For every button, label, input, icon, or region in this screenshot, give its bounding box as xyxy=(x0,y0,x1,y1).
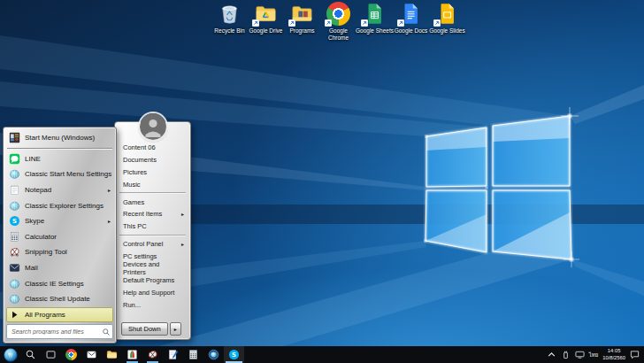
line-icon xyxy=(9,153,20,165)
recycle-bin-icon xyxy=(218,2,242,26)
start-orb-icon xyxy=(4,348,18,362)
desktop-icon-recycle-bin[interactable]: Recycle Bin xyxy=(211,2,248,42)
menu-item-label: Run... xyxy=(123,301,141,309)
start-menu-item-devices-and-printers[interactable]: Devices and Printers xyxy=(115,262,190,274)
journal-app-button[interactable] xyxy=(163,346,183,363)
skype-icon: S xyxy=(9,215,20,227)
menu-item-label: Start Menu (Windows) xyxy=(25,134,95,142)
chrome-taskbar-button[interactable] xyxy=(61,346,81,363)
task-view-icon xyxy=(45,349,57,360)
desktop-icon-label: Recycle Bin xyxy=(214,27,244,35)
desktop-icon-google-sheets[interactable]: Google Sheets xyxy=(356,2,393,42)
user-avatar[interactable] xyxy=(140,113,166,140)
start-menu-item-content-06[interactable]: Content 06 xyxy=(115,142,190,154)
tray-chevron-up-icon[interactable] xyxy=(547,350,556,359)
menu-item-label: Skype xyxy=(25,217,44,225)
mail-taskbar-button[interactable] xyxy=(81,346,102,363)
start-menu-item-this-pc[interactable]: This PC xyxy=(115,220,190,233)
arrow-right-icon: ▸ xyxy=(174,326,177,332)
taskbar-buttons: S xyxy=(0,346,244,363)
shortcut-arrow-icon xyxy=(397,19,404,27)
start-menu-item-calculator[interactable]: Calculator xyxy=(6,229,113,245)
shutdown-button[interactable]: Shut Down xyxy=(121,322,168,336)
menu-item-label: Notepad xyxy=(25,186,51,194)
start-menu-item-notepad[interactable]: Notepad▸ xyxy=(6,182,113,198)
chrome-icon xyxy=(326,2,350,26)
photos-app-button[interactable] xyxy=(122,346,142,363)
all-programs-arrow-icon xyxy=(9,309,20,321)
desktop-icon-label: Google Slides xyxy=(429,27,464,35)
menu-item-label: Classic IE Settings xyxy=(25,280,84,288)
start-menu-item-classic-explorer-settings[interactable]: Classic Explorer Settings xyxy=(6,197,113,213)
classic-shell-settings-button[interactable] xyxy=(203,346,224,363)
taskbar-search-button[interactable] xyxy=(20,346,41,363)
menu-item-label: Classic Shell Update xyxy=(25,295,90,303)
start-menu-left-items: Start Menu (Windows)LINEClassic Start Me… xyxy=(6,130,113,322)
clock-date: 10/8/2560 xyxy=(602,355,625,361)
google-sheets-icon xyxy=(363,2,387,26)
programs-folder-icon xyxy=(290,2,314,26)
desktop-icon-programs[interactable]: Programs xyxy=(284,2,320,42)
calculator-button[interactable] xyxy=(183,346,203,363)
menu-item-label: Music xyxy=(123,181,141,189)
desktop-icon-google-drive[interactable]: Google Drive xyxy=(248,2,284,42)
shortcut-arrow-icon xyxy=(325,19,332,27)
start-menu-item-run[interactable]: Run... xyxy=(115,299,190,312)
start-menu-item-recent-items[interactable]: Recent Items▸ xyxy=(115,208,190,220)
shutdown-options-button[interactable]: ▸ xyxy=(170,322,181,336)
menu-item-label: Control Panel xyxy=(123,240,163,248)
start-menu-item-pictures[interactable]: Pictures xyxy=(115,166,190,179)
start-menu-item-games[interactable]: Games xyxy=(115,196,190,208)
menu-item-label: PC settings xyxy=(123,252,157,260)
language-indicator[interactable]: ไทย xyxy=(589,352,599,358)
start-menu-item-documents[interactable]: Documents xyxy=(115,154,190,166)
clock-time: 14:05 xyxy=(608,348,621,354)
google-docs-icon xyxy=(399,2,423,26)
classic-shell-settings-icon xyxy=(208,349,219,360)
menu-item-label: Mail xyxy=(25,264,38,272)
desktop-icon-label: Programs xyxy=(289,27,314,35)
menu-separator xyxy=(7,148,112,150)
notepad-icon xyxy=(9,184,20,196)
start-button[interactable] xyxy=(0,346,20,363)
start-menu-item-mail[interactable]: Mail xyxy=(6,260,113,276)
search-input[interactable] xyxy=(6,324,113,339)
start-menu-item-classic-shell-update[interactable]: Classic Shell Update xyxy=(6,291,113,307)
menu-item-label: LINE xyxy=(25,155,41,163)
tray-usb-icon[interactable] xyxy=(561,350,571,359)
menu-item-label: Recent Items xyxy=(123,210,162,218)
taskbar-clock[interactable]: 14:05 10/8/2560 xyxy=(602,348,625,360)
start-menu-item-skype[interactable]: SSkype▸ xyxy=(6,213,113,229)
action-center-icon[interactable] xyxy=(630,350,640,359)
desktop-icon-google-chrome[interactable]: Google Chrome xyxy=(320,2,356,42)
start-menu-item-music[interactable]: Music xyxy=(115,178,190,190)
start-menu-item-start-menu-windows[interactable]: Start Menu (Windows) xyxy=(6,130,113,146)
start-menu-item-classic-ie-settings[interactable]: Classic IE Settings xyxy=(6,275,113,291)
start-menu-item-default-programs[interactable]: Default Programs xyxy=(115,274,190,287)
start-menu-item-all-programs[interactable]: All Programs xyxy=(6,307,113,323)
menu-item-label: Snipping Tool xyxy=(25,248,67,256)
start-menu-right-items: Content 06DocumentsPicturesMusicGamesRec… xyxy=(115,142,190,320)
file-explorer-icon xyxy=(106,349,118,360)
desktop-icon-google-slides[interactable]: Google Slides xyxy=(429,2,465,42)
chrome-icon xyxy=(65,349,77,360)
start-menu-item-snipping-tool[interactable]: Snipping Tool xyxy=(6,244,113,260)
start-menu-item-control-panel[interactable]: Control Panel▸ xyxy=(115,238,190,251)
desktop-icon-google-docs[interactable]: Google Docs xyxy=(393,2,429,42)
classic-shell-icon xyxy=(9,278,20,290)
classic-shell-icon xyxy=(9,200,20,212)
skype-button[interactable]: S xyxy=(224,346,244,363)
start-menu-item-line[interactable]: LINE xyxy=(6,151,113,167)
photos-app-icon xyxy=(126,349,138,360)
shortcut-arrow-icon xyxy=(361,19,368,27)
skype-icon: S xyxy=(228,349,240,360)
menu-item-label: This PC xyxy=(123,222,147,230)
start-menu-item-classic-start-menu-settings[interactable]: Classic Start Menu Settings xyxy=(6,166,113,182)
tray-display-icon[interactable] xyxy=(575,350,585,359)
shortcut-arrow-icon xyxy=(433,19,441,27)
task-view-button[interactable] xyxy=(41,346,61,363)
snipping-tool-button[interactable] xyxy=(142,346,163,363)
start-menu-item-help-and-support[interactable]: Help and Support xyxy=(115,287,190,299)
file-explorer-button[interactable] xyxy=(102,346,122,363)
desktop: Recycle BinGoogle DriveProgramsGoogle Ch… xyxy=(0,0,644,363)
